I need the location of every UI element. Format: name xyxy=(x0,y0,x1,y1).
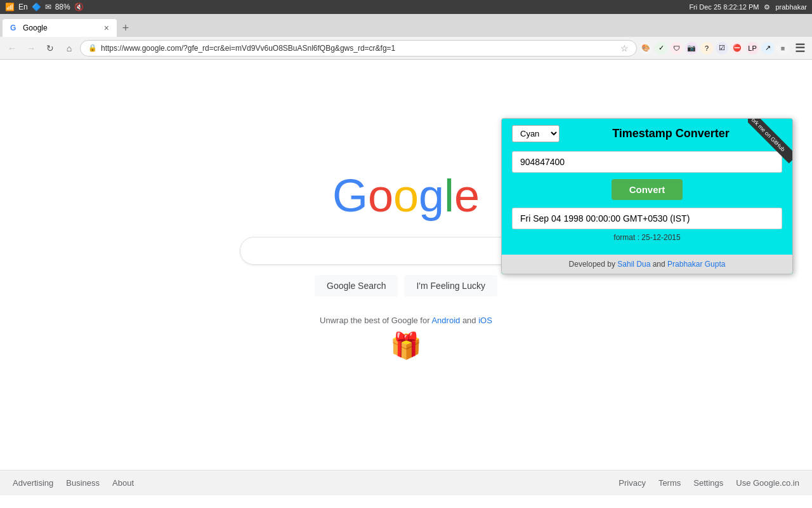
footer-privacy-link[interactable]: Privacy xyxy=(619,478,646,488)
footer-terms-link[interactable]: Terms xyxy=(658,478,681,488)
ts-format-label: format : 25-12-2015 xyxy=(512,233,782,242)
timestamp-converter-popup: Cyan Blue Green Red Timestamp Converter … xyxy=(501,118,793,274)
footer-left-links: Advertising Business About xyxy=(13,478,134,488)
im-feeling-lucky-button[interactable]: I'm Feeling Lucky xyxy=(404,275,497,297)
google-logo: G o o g l e xyxy=(332,170,480,222)
google-search-button[interactable]: Google Search xyxy=(315,275,398,297)
mail-icon: ✉ xyxy=(45,3,51,11)
forward-button[interactable]: → xyxy=(23,40,39,57)
title-bar: G Google × + xyxy=(0,14,812,37)
ext-red-icon[interactable]: 🛡 xyxy=(670,42,683,55)
ios-link[interactable]: iOS xyxy=(478,316,492,325)
ext-block-icon[interactable]: ⛔ xyxy=(731,42,743,55)
chrome-menu-button[interactable]: ☰ xyxy=(792,40,808,57)
lang-indicator: En xyxy=(18,3,28,11)
footer-business-link[interactable]: Business xyxy=(66,478,100,488)
bookmark-star-icon[interactable]: ☆ xyxy=(620,43,629,53)
ts-popup-footer: Developed by Sahil Dua and Prabhakar Gup… xyxy=(502,255,792,274)
ts-developed-by-text: Developed by xyxy=(569,260,615,269)
mute-icon: 🔇 xyxy=(74,3,84,11)
ts-result-display[interactable] xyxy=(512,208,782,229)
logo-letter-o2: o xyxy=(393,170,419,222)
username-display: prabhakar xyxy=(775,3,807,11)
footer-use-google-link[interactable]: Use Google.co.in xyxy=(736,478,799,488)
footer-right-links: Privacy Terms Settings Use Google.co.in xyxy=(619,478,799,488)
url-display: https://www.google.com/?gfe_rd=cr&ei=mVd… xyxy=(101,44,617,53)
os-bar: 📶 En 🔷 ✉ 88% 🔇 Fri Dec 25 8:22:12 PM ⚙ p… xyxy=(0,0,812,14)
browser-tab-google[interactable]: G Google × xyxy=(3,19,117,37)
os-bar-left: 📶 En 🔷 ✉ 88% 🔇 xyxy=(5,3,84,11)
back-button[interactable]: ← xyxy=(4,40,20,57)
bluetooth-icon: 🔷 xyxy=(32,3,41,11)
logo-letter-l: l xyxy=(444,170,454,222)
os-bar-right: Fri Dec 25 8:22:12 PM ⚙ prabhakar xyxy=(689,3,807,11)
datetime-display: Fri Dec 25 8:22:12 PM xyxy=(689,3,759,11)
android-link[interactable]: Android xyxy=(431,316,460,325)
reload-button[interactable]: ↻ xyxy=(42,40,58,57)
ts-dev1-link[interactable]: Sahil Dua xyxy=(617,260,650,269)
logo-letter-e: e xyxy=(454,170,480,222)
ext-lastpass-icon[interactable]: LP xyxy=(746,42,759,55)
search-buttons: Google Search I'm Feeling Lucky xyxy=(315,275,497,297)
wifi-icon: 📶 xyxy=(5,3,15,11)
github-ribbon[interactable]: Fork me on GitHub xyxy=(748,119,792,163)
ext-camera-icon[interactable]: 📷 xyxy=(685,42,698,55)
ts-convert-button[interactable]: Convert xyxy=(612,179,683,200)
page-content: G o o g l e 🎤 Google Search I'm Feeling … xyxy=(0,60,812,495)
ext-check-icon[interactable]: ☑ xyxy=(716,42,728,55)
extensions-area: 🎨 ✓ 🛡 📷 ? ☑ ⛔ LP ↗ ≡ ☰ xyxy=(639,40,808,57)
ts-color-dropdown[interactable]: Cyan Blue Green Red xyxy=(512,125,560,142)
promo-text: Unwrap the best of Google for Android an… xyxy=(320,316,492,325)
ts-dev2-link[interactable]: Prabhakar Gupta xyxy=(667,260,725,269)
promo-main-text: Unwrap the best of Google for xyxy=(320,316,429,325)
promo-section: Unwrap the best of Google for Android an… xyxy=(320,314,492,361)
github-ribbon-text: Fork me on GitHub xyxy=(748,119,792,163)
tab-title: Google xyxy=(23,23,48,32)
omnibox[interactable]: 🔒 https://www.google.com/?gfe_rd=cr&ei=m… xyxy=(80,40,637,57)
ts-popup-header: Cyan Blue Green Red Timestamp Converter … xyxy=(502,119,792,146)
ts-timestamp-input[interactable] xyxy=(512,151,782,173)
ext-question-icon[interactable]: ? xyxy=(700,42,713,55)
ext-more-icon[interactable]: ≡ xyxy=(776,42,789,55)
ext-colorful-icon[interactable]: 🎨 xyxy=(639,42,652,55)
settings-icon[interactable]: ⚙ xyxy=(764,3,770,11)
home-button[interactable]: ⌂ xyxy=(61,40,77,57)
footer: Advertising Business About Privacy Terms… xyxy=(0,470,812,495)
tab-favicon: G xyxy=(10,23,19,32)
ext-green-icon[interactable]: ✓ xyxy=(655,42,667,55)
nav-bar: ← → ↻ ⌂ 🔒 https://www.google.com/?gfe_rd… xyxy=(0,37,812,60)
footer-about-link[interactable]: About xyxy=(112,478,134,488)
ts-and-text: and xyxy=(653,260,667,269)
ext-share-icon[interactable]: ↗ xyxy=(761,42,774,55)
logo-letter-g2: g xyxy=(419,170,444,222)
and-separator: and xyxy=(462,316,478,325)
logo-letter-o1: o xyxy=(368,170,393,222)
tab-close-button[interactable]: × xyxy=(104,23,109,33)
ssl-lock-icon: 🔒 xyxy=(88,44,97,52)
logo-letter-g: G xyxy=(332,170,368,222)
new-tab-button[interactable]: + xyxy=(117,19,134,37)
gift-icon: 🎁 xyxy=(390,331,422,359)
footer-settings-link[interactable]: Settings xyxy=(693,478,723,488)
footer-advertising-link[interactable]: Advertising xyxy=(13,478,53,488)
battery-indicator: 88% xyxy=(55,3,70,11)
